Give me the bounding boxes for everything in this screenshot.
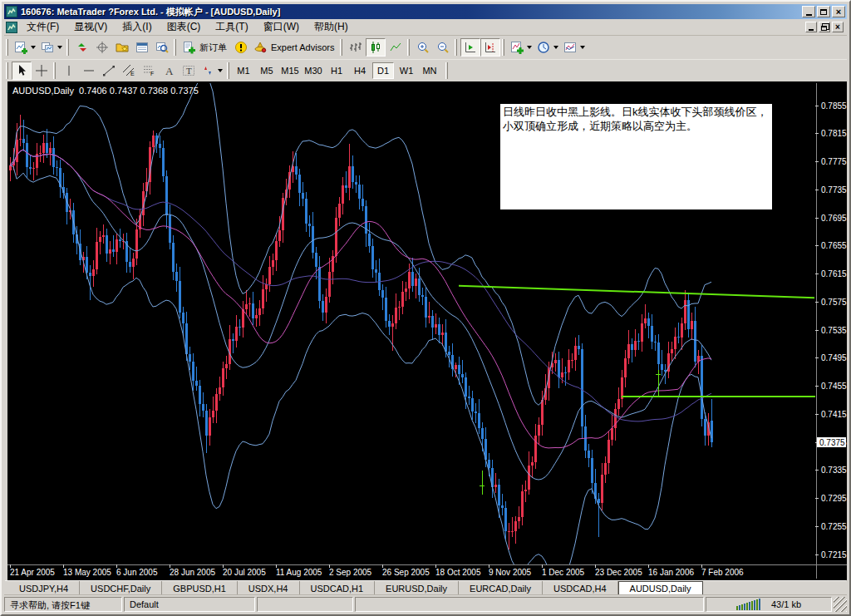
minimize-button[interactable] xyxy=(802,6,815,17)
maximize-button[interactable] xyxy=(817,6,830,17)
menu-item-0[interactable]: 文件(F) xyxy=(19,18,66,36)
line-chart-type-button[interactable] xyxy=(386,38,406,57)
zoom-in-button[interactable] xyxy=(413,38,433,57)
child-minimize-button[interactable] xyxy=(805,22,817,32)
toolbar-standard: 新订单 Expert Advisors xyxy=(4,36,847,59)
horizontal-line-button[interactable] xyxy=(79,62,99,80)
arrows-button[interactable] xyxy=(199,62,225,80)
toolbar-grip[interactable] xyxy=(6,62,8,79)
timeframe-m5[interactable]: M5 xyxy=(256,62,278,79)
toolbar-grip[interactable] xyxy=(340,39,342,56)
new-chart-button[interactable] xyxy=(12,38,38,57)
svg-text:0.7775: 0.7775 xyxy=(821,157,847,166)
expert-advisors-label: Expert Advisors xyxy=(269,42,336,52)
indicators-button[interactable] xyxy=(508,38,534,57)
menu-item-4[interactable]: 工具(T) xyxy=(208,18,255,36)
toolbar-grip[interactable] xyxy=(6,39,8,56)
timeframe-h4[interactable]: H4 xyxy=(349,62,371,79)
status-connection: 43/1 kb xyxy=(706,597,832,612)
new-order-label: 新订单 xyxy=(198,42,229,54)
timeframe-m30[interactable]: M30 xyxy=(303,62,324,79)
menu-item-6[interactable]: 帮助(H) xyxy=(307,18,356,36)
svg-text:9 Nov 2005: 9 Nov 2005 xyxy=(489,568,532,577)
menu-item-5[interactable]: 窗口(W) xyxy=(256,18,307,36)
chart-shift-button[interactable] xyxy=(480,38,500,57)
menu-item-2[interactable]: 插入(I) xyxy=(115,18,159,36)
svg-text:21 Apr 2005: 21 Apr 2005 xyxy=(10,568,55,577)
svg-text:26 Sep 2005: 26 Sep 2005 xyxy=(382,568,430,577)
templates-button[interactable] xyxy=(561,38,588,57)
svg-text:0.7815: 0.7815 xyxy=(821,129,847,138)
child-close-button[interactable]: × xyxy=(832,22,844,32)
periods-button[interactable] xyxy=(534,38,561,57)
terminal-button[interactable] xyxy=(132,38,152,57)
menu-item-1[interactable]: 显视(V) xyxy=(66,18,115,36)
toolbar-grip[interactable] xyxy=(445,62,448,79)
svg-text:A: A xyxy=(165,64,174,76)
equidistant-channel-button[interactable]: E xyxy=(119,62,139,80)
status-traffic: 43/1 kb xyxy=(771,599,801,609)
menu-item-3[interactable]: 图表(C) xyxy=(160,18,209,36)
fibonacci-button[interactable]: F xyxy=(139,62,159,80)
new-order-button[interactable]: 新订单 xyxy=(180,38,231,57)
candlestick-type-button[interactable] xyxy=(366,38,386,57)
chevron-down-icon xyxy=(580,46,585,49)
status-help-text: 寻求帮助, 请按F1键 xyxy=(4,597,122,612)
menu-bar: 文件(F)显视(V)插入(I)图表(C)工具(T)窗口(W)帮助(H) × xyxy=(4,19,847,36)
chevron-down-icon xyxy=(57,46,62,49)
chevron-down-icon xyxy=(218,69,223,72)
chart-quote-line: AUDUSD,Daily 0.7406 0.7437 0.7368 0.7375 xyxy=(12,86,199,96)
auto-scroll-button[interactable] xyxy=(460,38,480,57)
svg-text:0.7695: 0.7695 xyxy=(821,214,847,223)
chevron-down-icon xyxy=(553,46,558,49)
svg-text:0.7415: 0.7415 xyxy=(821,410,847,419)
timeframe-w1[interactable]: W1 xyxy=(396,62,417,79)
market-watch-button[interactable] xyxy=(72,38,92,57)
svg-text:0.7495: 0.7495 xyxy=(821,353,847,362)
profiles-button[interactable] xyxy=(38,38,65,57)
trendline-button[interactable] xyxy=(99,62,119,80)
svg-text:28 Jun 2005: 28 Jun 2005 xyxy=(170,568,215,577)
chevron-down-icon xyxy=(31,46,36,49)
data-window-button[interactable] xyxy=(92,38,112,57)
timeframe-d1[interactable]: D1 xyxy=(372,62,394,79)
toolbar-grip[interactable] xyxy=(227,62,229,79)
svg-text:0.7375: 0.7375 xyxy=(819,438,845,447)
toolbar-grip[interactable] xyxy=(174,39,176,56)
svg-text:0.7655: 0.7655 xyxy=(821,241,847,250)
vertical-line-button[interactable] xyxy=(59,62,79,80)
toolbar-grip[interactable] xyxy=(66,39,69,56)
toolbar-grip[interactable] xyxy=(407,39,410,56)
status-panel-3 xyxy=(257,597,353,612)
text-button[interactable]: A xyxy=(159,62,179,80)
toolbar-grip[interactable] xyxy=(455,39,457,56)
child-restore-button[interactable] xyxy=(819,22,830,32)
text-label-button[interactable]: T xyxy=(179,62,199,80)
svg-text:0.7855: 0.7855 xyxy=(821,101,847,111)
close-button[interactable]: × xyxy=(832,6,845,17)
status-panel-4 xyxy=(355,597,704,612)
title-bar: 160676: MetaTrader ?Forex Ltd. - 模拟帐户 - … xyxy=(4,4,847,19)
resize-grip[interactable] xyxy=(834,597,847,612)
zoom-out-button[interactable] xyxy=(433,38,453,57)
toolbar-grip[interactable] xyxy=(53,62,56,79)
cursor-button[interactable] xyxy=(12,62,32,80)
chart-child-icon xyxy=(6,22,19,33)
timeframe-h1[interactable]: H1 xyxy=(326,62,347,79)
alert-button[interactable] xyxy=(231,38,251,57)
bar-chart-type-button[interactable] xyxy=(346,38,366,57)
svg-text:1 Dec 2005: 1 Dec 2005 xyxy=(542,568,585,577)
strategy-tester-button[interactable] xyxy=(152,38,172,57)
status-profile[interactable]: Default xyxy=(124,597,255,612)
navigator-button[interactable] xyxy=(112,38,132,57)
svg-text:E: E xyxy=(130,71,135,76)
expert-advisors-button[interactable]: Expert Advisors xyxy=(251,38,338,57)
timeframe-mn[interactable]: MN xyxy=(419,62,440,79)
timeframe-m15[interactable]: M15 xyxy=(279,62,301,79)
svg-text:0.7215: 0.7215 xyxy=(821,550,847,559)
timeframe-m1[interactable]: M1 xyxy=(233,62,254,79)
crosshair-button[interactable] xyxy=(32,62,52,80)
toolbar-grip[interactable] xyxy=(502,39,504,56)
status-bar: 寻求帮助, 请按F1键 Default 43/1 kb xyxy=(4,594,847,612)
svg-text:6 Jun 2005: 6 Jun 2005 xyxy=(116,568,158,577)
